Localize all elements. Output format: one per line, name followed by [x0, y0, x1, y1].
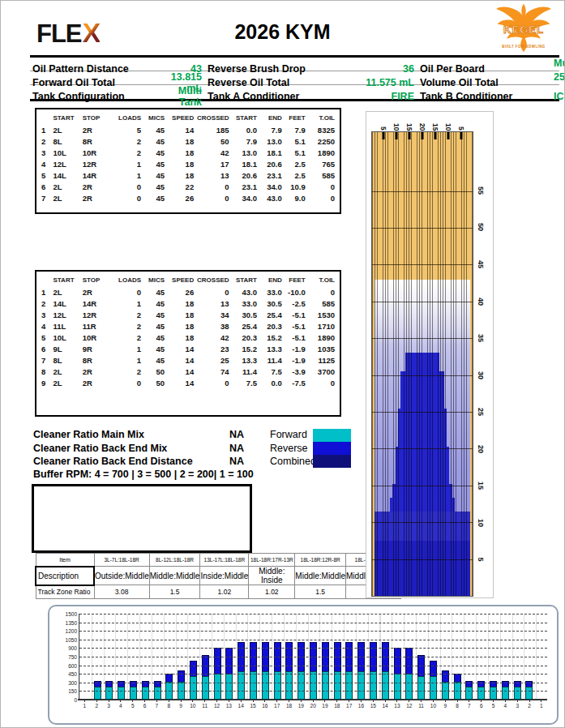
chart-x-tick-mark	[517, 700, 518, 702]
table-cell: 2L	[53, 192, 82, 203]
chart-bar-forward	[465, 687, 473, 700]
chart-x-tick-mark	[229, 700, 229, 702]
chart-x-label: 17	[343, 703, 355, 709]
oil-per-board-chart: 01503004506007509001050120013501500 1234…	[48, 605, 559, 725]
table-cell: 1530	[306, 309, 335, 320]
table-cell: 6	[41, 181, 53, 192]
track-zone-cell: 1.02	[200, 585, 249, 599]
table-cell: 0	[306, 181, 335, 192]
table-cell: 1	[114, 354, 141, 366]
chart-bar-forward	[417, 676, 425, 700]
chart-x-tick-mark	[241, 700, 242, 702]
chart-bar-forward	[430, 676, 437, 700]
chart-x-label: 6	[139, 703, 151, 709]
table-cell: 34.0	[257, 181, 282, 192]
table-row: 310L10R245184213.018.15.11890	[41, 147, 335, 158]
table-header-row: STARTSTOPLOADSMICSSPEEDCROSSEDSTARTENDFE…	[41, 276, 335, 286]
table-header-cell: STOP	[83, 113, 115, 124]
table-cell: 25.4	[229, 320, 257, 332]
track-zone-table: Item3L-7L:18L-18R8L-12L:18L-18R13L-17L:1…	[35, 553, 401, 599]
lane-gridline	[372, 338, 473, 339]
chart-x-tick-mark	[445, 700, 446, 702]
table-cell: 2L	[53, 366, 82, 377]
chart-x-label: 8	[452, 703, 464, 709]
cleaner-label: Cleaner Ratio Main Mix	[33, 429, 229, 440]
chart-x-label: 5	[487, 703, 499, 709]
chart-x-tick-mark	[324, 700, 325, 702]
table-cell: 2R	[83, 192, 115, 203]
table-cell: 45	[141, 158, 165, 169]
table-cell: 23.1	[257, 169, 282, 181]
table-cell: 2250	[306, 135, 335, 147]
chart-x-ticks	[79, 700, 547, 702]
chart-x-tick	[331, 700, 343, 702]
chart-x-label: 8	[163, 703, 175, 709]
table-cell: 45	[141, 354, 165, 366]
table-row: 510L10R245184220.315.2-5.11890	[41, 332, 335, 343]
cleaner-label: Cleaner Ratio Back End Distance	[33, 456, 229, 467]
table-row: 214L14R145181333.030.5-2.5585	[41, 298, 335, 309]
chart-bar-forward	[394, 674, 401, 700]
lane-board-lines	[372, 132, 473, 596]
chart-x-label: 1	[535, 703, 547, 709]
table-cell: 0.0	[229, 124, 257, 135]
chart-x-label: 13	[392, 703, 404, 709]
table-header-cell: STOP	[83, 276, 115, 286]
chart-x-label: 12	[403, 703, 415, 709]
table-cell: 585	[306, 298, 335, 309]
chart-x-tick	[427, 700, 439, 702]
table-cell: 30.5	[229, 309, 257, 320]
chart-x-label: 11	[415, 703, 427, 709]
chart-x-label: 15	[247, 703, 259, 709]
chart-x-label: 14	[235, 703, 247, 709]
track-zone-cell: Track Zone Ratio	[36, 585, 94, 599]
table-cell: 10L	[53, 332, 82, 343]
track-zone-description-row: DescriptionOutside:MiddleMiddle:MiddleIn…	[36, 567, 400, 585]
chart-bar-reverse	[405, 648, 413, 674]
track-zone-cell: 3.08	[94, 585, 149, 599]
lane-oil-pattern	[371, 131, 473, 597]
chart-x-tick	[439, 700, 452, 702]
table-header-cell: SPEED	[165, 276, 194, 286]
table-cell: 20.3	[229, 332, 257, 343]
table-cell: 14R	[83, 169, 115, 181]
table-header-cell: START	[229, 276, 257, 286]
lane-gridline	[372, 412, 473, 413]
kegel-logo: KEGEL BUILT FOR BOWLING	[494, 2, 553, 53]
chart-bar-reverse	[394, 648, 401, 674]
lane-distance-label: 40	[477, 298, 485, 306]
table-cell: 74	[194, 366, 229, 377]
lane-gridline	[372, 448, 473, 449]
table-cell: 13	[194, 298, 229, 309]
table-header-cell	[41, 276, 53, 286]
chart-x-tick	[475, 700, 487, 702]
table-cell: -3.9	[282, 366, 306, 377]
table-cell: 9.0	[282, 192, 306, 203]
table-cell: 0	[306, 286, 335, 298]
chart-x-tick-mark	[421, 700, 422, 702]
chart-bar-forward	[490, 687, 497, 700]
table-header-cell: LOADS	[114, 113, 141, 124]
track-zone-cell: Outside:Middle	[94, 567, 149, 585]
chart-x-tick	[91, 700, 103, 702]
chart-x-tick	[283, 700, 295, 702]
table-cell: 7.9	[257, 124, 282, 135]
chart-bar-forward	[370, 671, 377, 700]
chart-x-tick	[247, 700, 259, 702]
track-zone-cell: 1.5	[295, 585, 346, 599]
track-zone-cell: 1.02	[249, 585, 295, 599]
chart-x-label: 11	[199, 703, 211, 709]
table-header-cell: START	[229, 113, 257, 124]
table-cell: 5	[41, 169, 53, 181]
lane-distance-label: 25	[477, 408, 485, 416]
chart-bar-forward	[285, 671, 293, 700]
lane-distance-label: 5	[477, 558, 485, 562]
table-cell: 30.5	[257, 298, 282, 309]
table-cell: 2L	[53, 124, 82, 135]
table-cell: 2	[114, 366, 141, 377]
table-row: 82L2R250147411.47.5-3.93700	[41, 366, 335, 377]
table-cell: 45	[141, 181, 165, 192]
chart-bar-reverse	[214, 648, 221, 674]
table-cell: -10.0	[282, 286, 306, 298]
table-cell: 5	[114, 124, 141, 135]
